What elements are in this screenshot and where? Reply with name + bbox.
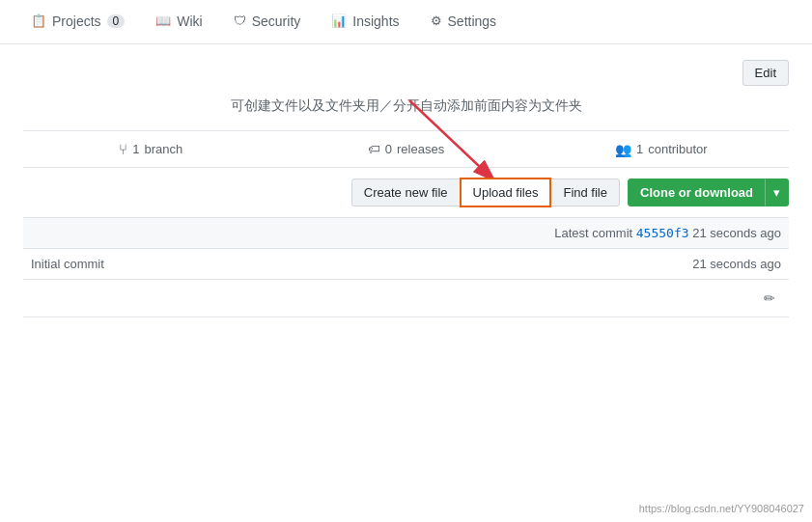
- nav-settings-label: Settings: [448, 14, 497, 29]
- pencil-icon: ✏: [764, 290, 775, 306]
- security-icon: 🛡: [234, 14, 246, 28]
- nav-wiki[interactable]: 📖 Wiki: [140, 0, 217, 44]
- contributor-count: 1: [636, 142, 643, 156]
- latest-commit-prefix: Latest commit: [554, 226, 632, 240]
- nav-projects[interactable]: 📋 Projects 0: [15, 0, 140, 44]
- wiki-icon: 📖: [155, 14, 171, 28]
- contributor-label: contributor: [648, 142, 707, 156]
- tag-icon: 🏷: [368, 142, 380, 156]
- branch-stat[interactable]: ⑂ 1 branch: [23, 141, 278, 157]
- file-commit-message: Initial commit: [31, 257, 104, 271]
- releases-label: releases: [397, 142, 444, 156]
- edit-pencil-button[interactable]: ✏: [758, 288, 781, 309]
- edit-row: Edit: [23, 60, 789, 86]
- main-content: Edit 可创建文件以及文件夹用／分开自动添加前面内容为文件夹 ⑂ 1 bran…: [0, 44, 812, 333]
- commit-row: Latest commit 45550f3 21 seconds ago: [23, 218, 789, 249]
- watermark: https://blog.csdn.net/YY908046027: [639, 503, 804, 514]
- nav-security[interactable]: 🛡 Security: [218, 0, 317, 44]
- projects-count: 0: [107, 14, 126, 28]
- nav-settings[interactable]: ⚙ Settings: [415, 0, 513, 44]
- create-new-file-button[interactable]: Create new file: [351, 179, 461, 206]
- releases-count: 0: [385, 142, 392, 156]
- projects-icon: 📋: [31, 14, 46, 28]
- settings-icon: ⚙: [431, 14, 442, 28]
- clone-or-download-button[interactable]: Clone or download: [628, 179, 766, 206]
- nav-insights-label: Insights: [352, 14, 399, 29]
- nav-insights[interactable]: 📊 Insights: [316, 0, 414, 44]
- find-file-button[interactable]: Find file: [550, 179, 620, 206]
- file-row: Initial commit 21 seconds ago: [23, 249, 789, 280]
- edit-button[interactable]: Edit: [742, 60, 789, 86]
- top-nav: 📋 Projects 0 📖 Wiki 🛡 Security 📊 Insight…: [0, 0, 812, 44]
- commit-hash[interactable]: 45550f3: [636, 226, 689, 240]
- people-icon: 👥: [615, 142, 631, 157]
- stats-row: ⑂ 1 branch 🏷 0 releases 👥 1 contributor: [23, 130, 789, 168]
- nav-security-label: Security: [252, 14, 301, 29]
- pencil-row: ✏: [23, 280, 789, 317]
- clone-caret-button[interactable]: ▾: [765, 179, 789, 206]
- contributor-stat[interactable]: 👥 1 contributor: [534, 142, 789, 157]
- repo-description: 可创建文件以及文件夹用／分开自动添加前面内容为文件夹: [23, 97, 789, 115]
- nav-wiki-label: Wiki: [177, 14, 202, 29]
- releases-stat[interactable]: 🏷 0 releases: [278, 142, 533, 156]
- branch-count: 1: [132, 142, 139, 156]
- branch-label: branch: [144, 142, 182, 156]
- insights-icon: 📊: [331, 14, 347, 28]
- branch-icon: ⑂: [119, 141, 127, 157]
- nav-projects-label: Projects: [52, 14, 101, 29]
- actions-row: Create new file Upload files Find file C…: [23, 168, 789, 218]
- commit-time: 21 seconds ago: [692, 226, 781, 240]
- file-commit-time: 21 seconds ago: [692, 257, 781, 271]
- upload-files-button[interactable]: Upload files: [460, 178, 552, 207]
